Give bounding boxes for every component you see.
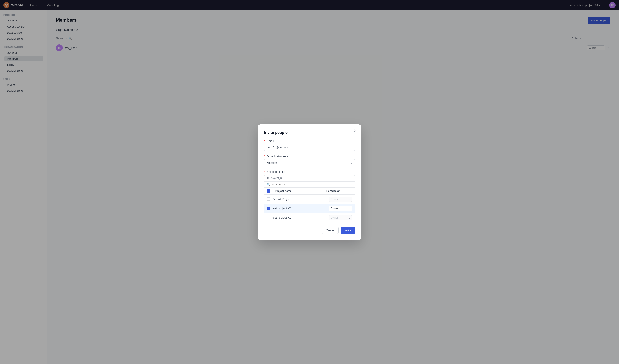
permission-header: Permission xyxy=(326,190,352,193)
default-project-checkbox[interactable] xyxy=(267,197,270,201)
invite-modal: Invite people ✕ * Email * Organization r… xyxy=(258,125,361,240)
org-role-label: * Organization role xyxy=(264,155,355,158)
default-project-name: Default Project xyxy=(272,197,329,201)
modal-overlay[interactable]: Invite people ✕ * Email * Organization r… xyxy=(0,0,619,364)
email-required-marker: * xyxy=(264,139,265,142)
test02-project-name: test_project_02 xyxy=(272,216,329,219)
project-table-header: — Project name Permission xyxy=(264,188,355,195)
project-row-test01: ✓ test_project_01 Owner Viewer Editor xyxy=(264,204,355,213)
default-project-permission[interactable]: Owner xyxy=(329,196,352,202)
test01-project-permission-select[interactable]: Owner Viewer Editor xyxy=(329,206,352,211)
project-row-default: Default Project Owner xyxy=(264,195,355,204)
test02-project-permission-select[interactable]: Owner xyxy=(329,215,352,220)
test02-project-permission[interactable]: Owner xyxy=(329,215,352,220)
org-role-required-marker: * xyxy=(264,155,265,158)
check-mark: ✓ xyxy=(267,207,269,210)
project-name-header: Project name xyxy=(275,190,326,193)
modal-close-button[interactable]: ✕ xyxy=(353,129,357,133)
search-icon: 🔍 xyxy=(267,183,270,186)
projects-box: 1/3 project(s) 🔍 — Project name Permissi… xyxy=(264,175,355,222)
project-row-test02: test_project_02 Owner xyxy=(264,213,355,222)
email-label: * Email xyxy=(264,139,355,142)
org-role-select[interactable]: Member Admin Viewer xyxy=(264,159,355,166)
modal-footer: Cancel Invite xyxy=(264,227,355,234)
test01-project-name: test_project_01 xyxy=(272,207,329,210)
test01-project-checkbox[interactable]: ✓ xyxy=(267,207,270,210)
default-project-permission-select[interactable]: Owner xyxy=(329,196,352,202)
projects-field-group: * Select projects 1/3 project(s) 🔍 — Pro… xyxy=(264,170,355,222)
projects-required-marker: * xyxy=(264,170,265,173)
indeterminate-mark: — xyxy=(267,190,269,192)
test01-project-permission[interactable]: Owner Viewer Editor xyxy=(329,206,352,211)
email-input[interactable] xyxy=(264,144,355,151)
modal-title: Invite people xyxy=(264,130,355,135)
invite-button[interactable]: Invite xyxy=(341,227,355,234)
org-role-field-group: * Organization role Member Admin Viewer xyxy=(264,155,355,166)
projects-label: * Select projects xyxy=(264,170,355,173)
test02-project-checkbox[interactable] xyxy=(267,216,270,219)
projects-count: 1/3 project(s) xyxy=(264,175,355,182)
email-field-group: * Email xyxy=(264,139,355,151)
org-role-select-wrapper[interactable]: Member Admin Viewer xyxy=(264,159,355,166)
search-box: 🔍 xyxy=(264,182,355,188)
cancel-button[interactable]: Cancel xyxy=(322,227,338,234)
project-search-input[interactable] xyxy=(272,183,352,186)
select-all-checkbox[interactable]: — xyxy=(267,189,270,193)
